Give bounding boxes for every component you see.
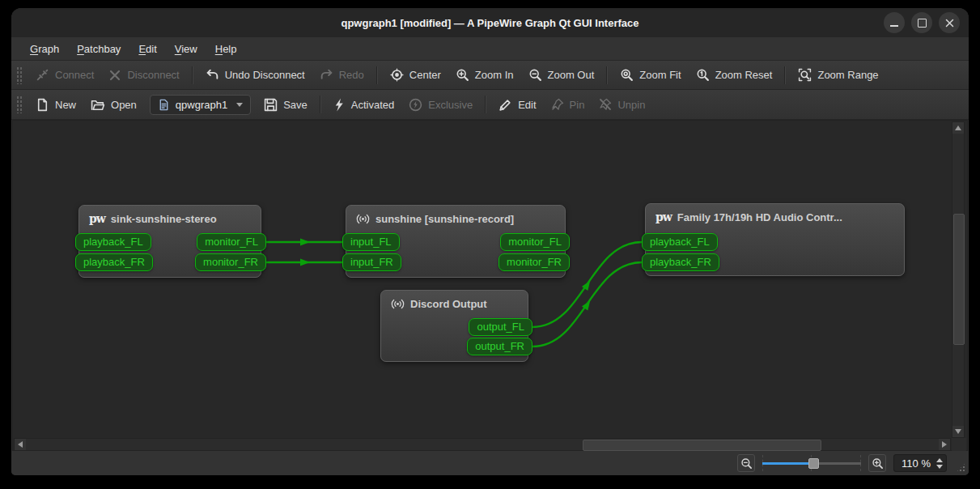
save-button[interactable]: Save bbox=[257, 93, 315, 117]
arrow-down-icon bbox=[955, 429, 961, 434]
scrollbar-corner bbox=[952, 438, 966, 451]
arrow-left-icon bbox=[18, 441, 23, 448]
patchbay-profile-select[interactable]: qpwgraph1 bbox=[150, 95, 251, 115]
horizontal-scroll-thumb[interactable] bbox=[583, 440, 821, 451]
connect-icon bbox=[36, 68, 49, 82]
zoom-reset-button[interactable]: Zoom Reset bbox=[689, 63, 780, 87]
port-sink-monitor_FL[interactable]: monitor_FL bbox=[197, 233, 266, 251]
disconnect-button: Disconnect bbox=[101, 64, 186, 87]
menu-graph[interactable]: Graph bbox=[21, 40, 68, 58]
zoom-fit-button[interactable]: Zoom Fit bbox=[613, 63, 688, 87]
minimize-button[interactable] bbox=[884, 12, 905, 33]
wire-arrow-icon bbox=[582, 279, 593, 291]
statusbar-zoom-in-button[interactable] bbox=[868, 454, 886, 472]
statusbar: 110 % bbox=[11, 451, 969, 475]
patchbay-toolbar: New Open qpwgraph1 Save Activated bbox=[11, 90, 969, 120]
stream-icon bbox=[391, 297, 405, 311]
node-title-text: Family 17h/19h HD Audio Contr... bbox=[677, 211, 842, 223]
port-sunshine-monitor_FR[interactable]: monitor_FR bbox=[498, 253, 570, 271]
wire-arrow-icon bbox=[582, 299, 593, 311]
patchbay-file-icon bbox=[158, 99, 170, 111]
scroll-down-button[interactable] bbox=[952, 426, 964, 437]
app-window: qpwgraph1 [modified] — A PipeWire Graph … bbox=[11, 8, 969, 475]
port-family-playback_FR[interactable]: playback_FR bbox=[642, 253, 719, 271]
port-discord-output_FL[interactable]: output_FL bbox=[469, 318, 532, 336]
close-button[interactable] bbox=[939, 12, 960, 33]
zoom-range-icon bbox=[798, 68, 812, 82]
menu-view[interactable]: View bbox=[166, 40, 206, 58]
menu-edit[interactable]: Edit bbox=[129, 40, 165, 58]
port-sunshine-monitor_FL[interactable]: monitor_FL bbox=[500, 233, 570, 251]
center-icon bbox=[390, 68, 404, 82]
vertical-scroll-thumb[interactable] bbox=[953, 214, 965, 345]
titlebar[interactable]: qpwgraph1 [modified] — A PipeWire Graph … bbox=[11, 8, 969, 37]
wire-arrow-icon bbox=[300, 239, 310, 246]
zoom-range-button[interactable]: Zoom Range bbox=[791, 63, 885, 87]
graph-canvas[interactable]: pw sink-sunshine-stereo sunshine [sunshi… bbox=[12, 120, 968, 451]
node-title-text: sunshine [sunshine-record] bbox=[375, 213, 514, 225]
spin-up-icon[interactable] bbox=[936, 458, 943, 462]
center-button[interactable]: Center bbox=[383, 63, 448, 87]
activated-icon bbox=[333, 98, 346, 112]
stream-icon bbox=[356, 212, 370, 226]
toolbar-drag-handle[interactable] bbox=[16, 96, 23, 113]
scroll-left-button[interactable] bbox=[15, 439, 26, 450]
toolbar-separator bbox=[606, 66, 608, 84]
toolbar-separator bbox=[784, 66, 786, 84]
zoom-in-button[interactable]: Zoom In bbox=[448, 63, 521, 87]
graph-toolbar: Connect Disconnect Undo Disconnect Redo … bbox=[11, 61, 969, 90]
port-sunshine-input_FL[interactable]: input_FL bbox=[342, 233, 400, 251]
window-title: qpwgraph1 [modified] — A PipeWire Graph … bbox=[341, 17, 638, 29]
port-sunshine-input_FR[interactable]: input_FR bbox=[342, 253, 401, 271]
redo-button: Redo bbox=[312, 63, 371, 87]
zoom-fit-icon bbox=[620, 68, 634, 82]
zoom-slider[interactable] bbox=[762, 454, 861, 472]
port-sink-monitor_FR[interactable]: monitor_FR bbox=[195, 253, 266, 271]
node-header: sunshine [sunshine-record] bbox=[346, 206, 565, 226]
undo-disconnect-button[interactable]: Undo Disconnect bbox=[198, 63, 312, 87]
activated-button[interactable]: Activated bbox=[326, 93, 401, 117]
redo-icon bbox=[320, 68, 333, 82]
open-button[interactable]: Open bbox=[83, 93, 144, 117]
new-file-icon bbox=[36, 98, 49, 112]
exclusive-button: Exclusive bbox=[401, 93, 480, 117]
slider-handle[interactable] bbox=[808, 458, 819, 469]
menu-patchbay[interactable]: Patchbay bbox=[68, 40, 129, 58]
open-folder-icon bbox=[91, 98, 105, 112]
scroll-up-button[interactable] bbox=[952, 122, 964, 134]
zoom-level-spinbox[interactable]: 110 % bbox=[893, 454, 947, 472]
new-button[interactable]: New bbox=[28, 93, 83, 117]
slider-fill bbox=[762, 462, 811, 465]
port-discord-output_FR[interactable]: output_FR bbox=[467, 338, 532, 355]
patchbay-profile-value: qpwgraph1 bbox=[176, 99, 227, 111]
horizontal-scrollbar[interactable] bbox=[14, 438, 951, 451]
toolbar-separator bbox=[192, 66, 193, 84]
port-sink-playback_FL[interactable]: playback_FL bbox=[75, 233, 151, 251]
toolbar-drag-handle[interactable] bbox=[16, 66, 23, 84]
minimize-icon bbox=[890, 25, 898, 27]
menu-help[interactable]: Help bbox=[206, 40, 246, 58]
spin-down-icon[interactable] bbox=[936, 465, 943, 469]
maximize-button[interactable] bbox=[911, 12, 932, 33]
zoom-in-icon bbox=[872, 457, 884, 470]
scroll-right-button[interactable] bbox=[939, 439, 950, 450]
undo-icon bbox=[206, 68, 219, 82]
vertical-scrollbar[interactable] bbox=[952, 121, 965, 438]
zoom-level-value: 110 % bbox=[902, 457, 931, 470]
edit-pencil-icon bbox=[498, 98, 512, 112]
pin-button: Pin bbox=[544, 93, 592, 116]
spinbox-arrows bbox=[936, 458, 943, 469]
port-family-playback_FL[interactable]: playback_FL bbox=[642, 233, 718, 251]
connection-wires bbox=[13, 121, 967, 450]
window-controls bbox=[884, 12, 960, 33]
statusbar-zoom-out-button[interactable] bbox=[737, 454, 755, 472]
zoom-out-button[interactable]: Zoom Out bbox=[521, 63, 602, 87]
close-icon bbox=[945, 19, 954, 28]
node-header: pw Family 17h/19h HD Audio Contr... bbox=[646, 204, 904, 223]
pipewire-icon: pw bbox=[655, 210, 672, 223]
maximize-icon bbox=[918, 19, 927, 28]
port-sink-playback_FR[interactable]: playback_FR bbox=[75, 253, 153, 271]
edit-button[interactable]: Edit bbox=[491, 93, 543, 117]
zoom-out-icon bbox=[740, 457, 753, 470]
exclusive-icon bbox=[409, 98, 422, 112]
